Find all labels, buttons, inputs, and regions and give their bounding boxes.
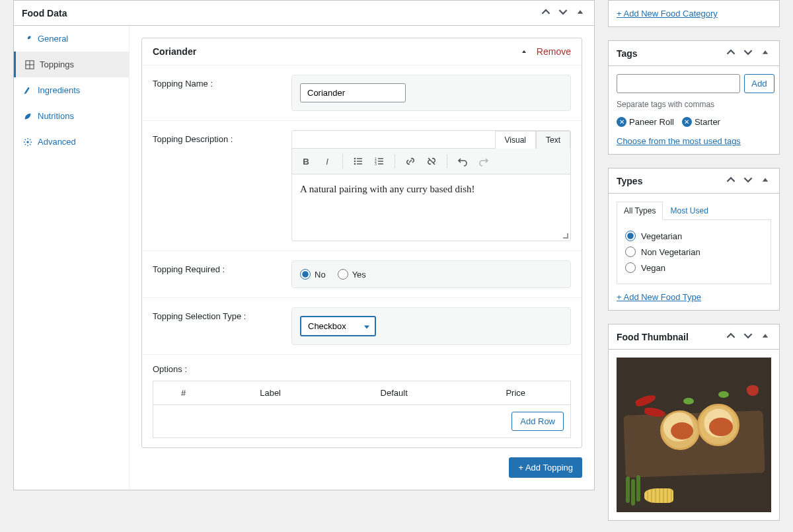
topping-required-no[interactable]: No bbox=[300, 269, 326, 280]
food-data-header: Food Data bbox=[14, 1, 594, 26]
topping-selection-select[interactable]: Checkbox bbox=[300, 316, 376, 336]
tags-add-button[interactable]: Add bbox=[744, 74, 774, 93]
panel-move-up[interactable] bbox=[725, 175, 737, 186]
thumbnail-panel: Food Thumbnail bbox=[608, 324, 780, 521]
panel-move-up[interactable] bbox=[725, 331, 737, 342]
radio-nonveg[interactable] bbox=[625, 247, 636, 257]
panel-move-down[interactable] bbox=[742, 175, 754, 186]
radio-no-label: No bbox=[315, 270, 326, 280]
gear-icon bbox=[23, 137, 32, 147]
leaf-icon bbox=[23, 112, 32, 121]
italic-icon[interactable]: I bbox=[320, 154, 334, 169]
radio-no[interactable] bbox=[300, 269, 311, 280]
svg-point-5 bbox=[354, 161, 356, 163]
options-col-label: Label bbox=[213, 381, 327, 405]
food-data-tabs: General Toppings Ingredients Nutritions bbox=[14, 26, 130, 490]
tags-hint: Separate tags with commas bbox=[617, 100, 771, 109]
type-label: Vegetarian bbox=[641, 231, 682, 241]
link-icon[interactable] bbox=[403, 154, 418, 169]
tab-toppings-label: Toppings bbox=[40, 59, 74, 69]
types-panel: Types All Types Most Used Vegetarian bbox=[608, 168, 780, 311]
options-col-index: # bbox=[153, 381, 214, 405]
tag-remove-icon[interactable]: ✕ bbox=[682, 117, 692, 127]
editor-tab-text[interactable]: Text bbox=[536, 131, 570, 149]
radio-yes[interactable] bbox=[338, 269, 348, 280]
add-food-category-link[interactable]: + Add New Food Category bbox=[617, 9, 718, 19]
types-tab-all[interactable]: All Types bbox=[617, 202, 663, 220]
types-title: Types bbox=[617, 176, 642, 186]
tab-advanced[interactable]: Advanced bbox=[14, 129, 129, 155]
tag-remove-icon[interactable]: ✕ bbox=[617, 117, 626, 127]
food-thumbnail-image[interactable] bbox=[617, 358, 771, 512]
options-col-price: Price bbox=[461, 381, 571, 405]
bold-icon[interactable]: B bbox=[299, 154, 313, 169]
panel-collapse-icon[interactable] bbox=[759, 331, 771, 342]
grid-icon bbox=[25, 60, 34, 69]
food-data-title: Food Data bbox=[22, 8, 67, 19]
unlink-icon[interactable] bbox=[424, 154, 439, 169]
svg-point-3 bbox=[26, 141, 29, 143]
panel-collapse-icon[interactable] bbox=[574, 7, 586, 19]
topping-desc-text: A natural pairing with any curry based d… bbox=[300, 184, 475, 194]
topping-required-yes[interactable]: Yes bbox=[338, 269, 366, 280]
tag-item: ✕ Starter bbox=[682, 117, 720, 127]
options-col-default: Default bbox=[327, 381, 461, 405]
panel-move-up[interactable] bbox=[725, 48, 737, 59]
tab-advanced-label: Advanced bbox=[38, 137, 76, 147]
svg-point-6 bbox=[354, 163, 356, 165]
tab-general[interactable]: General bbox=[14, 26, 129, 52]
topping-name-label: Topping Name : bbox=[153, 75, 278, 89]
wysiwyg-editor: Visual Text B I 123 bbox=[291, 130, 571, 241]
tab-ingredients-label: Ingredients bbox=[38, 85, 80, 95]
panel-move-up[interactable] bbox=[540, 7, 552, 19]
svg-text:3: 3 bbox=[375, 162, 377, 166]
tab-ingredients[interactable]: Ingredients bbox=[14, 77, 129, 103]
tab-nutritions[interactable]: Nutritions bbox=[14, 103, 129, 129]
tab-general-label: General bbox=[38, 34, 68, 44]
radio-vegan[interactable] bbox=[625, 262, 636, 273]
type-row-vegetarian[interactable]: Vegetarian bbox=[625, 228, 763, 244]
type-row-vegan[interactable]: Vegan bbox=[625, 260, 763, 276]
wrench-icon bbox=[23, 34, 32, 44]
topping-selection-label: Topping Selection Type : bbox=[153, 307, 278, 321]
types-tab-most[interactable]: Most Used bbox=[663, 202, 715, 220]
panel-move-down[interactable] bbox=[742, 331, 754, 342]
topping-remove-link[interactable]: Remove bbox=[537, 46, 571, 57]
panel-move-down[interactable] bbox=[557, 7, 569, 19]
type-label: Non Vegetarian bbox=[641, 247, 700, 257]
tag-item: ✕ Paneer Roll bbox=[617, 117, 674, 127]
topping-description-input[interactable]: A natural pairing with any curry based d… bbox=[292, 174, 570, 241]
topping-name-input[interactable] bbox=[300, 83, 406, 102]
panel-collapse-icon[interactable] bbox=[759, 48, 771, 59]
topping-required-label: Topping Required : bbox=[153, 260, 278, 274]
carrot-icon bbox=[23, 86, 32, 95]
svg-point-4 bbox=[354, 158, 356, 160]
redo-icon[interactable] bbox=[476, 154, 491, 169]
radio-vegetarian[interactable] bbox=[625, 231, 636, 241]
panel-collapse-icon[interactable] bbox=[759, 175, 771, 186]
topping-collapse-icon[interactable] bbox=[521, 46, 527, 57]
type-label: Vegan bbox=[641, 263, 665, 273]
resize-handle-icon[interactable] bbox=[561, 231, 570, 241]
tag-label: Starter bbox=[695, 117, 720, 127]
undo-icon[interactable] bbox=[455, 154, 470, 169]
tags-title: Tags bbox=[617, 48, 638, 59]
add-food-type-link[interactable]: + Add New Food Type bbox=[617, 292, 701, 302]
tab-toppings[interactable]: Toppings bbox=[14, 52, 129, 77]
ordered-list-icon[interactable]: 123 bbox=[372, 154, 387, 169]
food-data-panel: Food Data General Toppings bbox=[13, 0, 595, 490]
tag-label: Paneer Roll bbox=[629, 117, 674, 127]
topping-panel: Coriander Remove Topping Name : bbox=[141, 38, 582, 448]
panel-move-down[interactable] bbox=[742, 48, 754, 59]
tags-input[interactable] bbox=[617, 74, 740, 93]
food-category-panel: + Add New Food Category bbox=[608, 0, 780, 27]
add-topping-button[interactable]: + Add Topping bbox=[509, 457, 582, 478]
topping-desc-label: Topping Description : bbox=[153, 130, 278, 144]
tags-choose-link[interactable]: Choose from the most used tags bbox=[617, 136, 741, 146]
editor-tab-visual[interactable]: Visual bbox=[495, 131, 536, 149]
type-row-nonveg[interactable]: Non Vegetarian bbox=[625, 244, 763, 260]
radio-yes-label: Yes bbox=[352, 270, 366, 280]
bullet-list-icon[interactable] bbox=[351, 154, 365, 169]
add-row-button[interactable]: Add Row bbox=[511, 412, 564, 431]
tab-nutritions-label: Nutritions bbox=[38, 111, 74, 121]
